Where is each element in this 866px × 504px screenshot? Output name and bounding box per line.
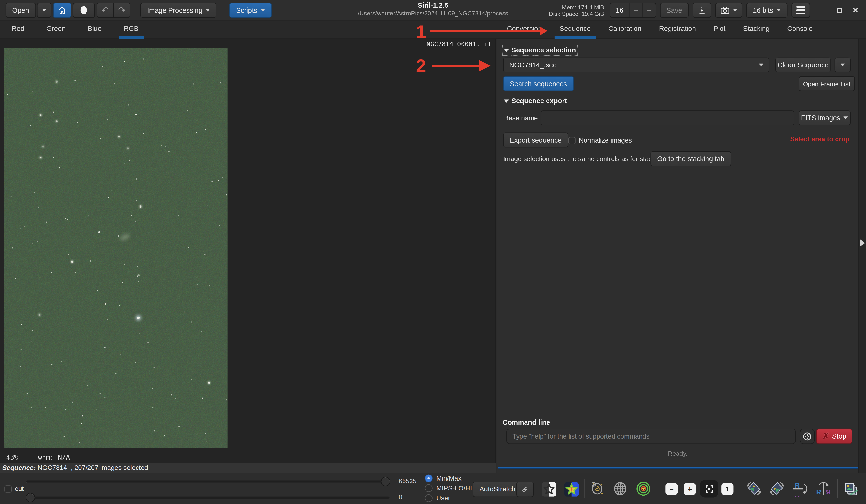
star — [105, 303, 106, 304]
download-icon — [698, 5, 707, 15]
bit-depth-dropdown[interactable]: 16 bits — [746, 3, 787, 18]
mode-minmax-radio[interactable]: Min/Max — [425, 473, 472, 483]
expander-arrow-icon — [504, 99, 509, 103]
one-to-one-icon: 1 — [725, 485, 730, 493]
spin-plus-button[interactable]: + — [642, 3, 655, 17]
star — [53, 112, 54, 113]
save-as-button[interactable] — [693, 3, 712, 18]
panel-collapse-strip[interactable] — [858, 39, 866, 473]
star — [30, 125, 31, 126]
spin-minus-button[interactable]: − — [629, 3, 642, 17]
tab-red[interactable]: Red — [10, 21, 26, 39]
chevron-down-icon — [260, 9, 265, 12]
channel-link-button[interactable] — [517, 482, 533, 497]
open-frame-list-button[interactable]: Open Frame List — [799, 76, 855, 91]
normalize-images-checkbox[interactable]: Normalize images — [568, 136, 632, 144]
open-recent-dropdown[interactable] — [37, 3, 51, 18]
sequence-combobox[interactable]: NGC7814_.seq — [503, 57, 769, 72]
minimize-button[interactable]: – — [818, 6, 830, 14]
sequence-selection-expander[interactable]: Sequence selection — [504, 46, 576, 54]
star — [135, 221, 136, 222]
rotate-cw-button[interactable] — [769, 481, 786, 497]
high-slider-handle[interactable] — [381, 477, 390, 486]
scripts-menu[interactable]: Scripts — [230, 3, 271, 18]
annotations-button[interactable] — [589, 481, 606, 497]
grab-frames-button[interactable] — [73, 3, 95, 18]
star — [56, 81, 57, 83]
stop-button[interactable]: ✗ Stop — [816, 429, 852, 444]
color-star-icon — [564, 482, 579, 496]
mode-user-radio[interactable]: User — [425, 493, 472, 503]
photo-stack-icon — [842, 481, 860, 498]
star — [107, 119, 108, 120]
low-slider-handle[interactable] — [26, 493, 35, 502]
zoom-one-to-one-button[interactable]: 1 — [721, 483, 733, 495]
threads-value: 16 — [610, 6, 629, 14]
celestial-grid-button[interactable] — [612, 481, 629, 497]
cut-checkbox[interactable]: cut — [4, 485, 24, 493]
image-processing-menu[interactable]: Image Processing — [141, 3, 217, 18]
command-input[interactable]: Type "help" for the list of supported co… — [507, 429, 796, 444]
tab-console[interactable]: Console — [786, 21, 814, 39]
tab-registration[interactable]: Registration — [657, 21, 698, 39]
export-sequence-button[interactable]: Export sequence — [503, 133, 568, 148]
clean-sequence-button[interactable]: Clean Sequence — [775, 57, 831, 72]
undo-button[interactable]: ↶ — [97, 3, 113, 18]
flip-vertical-button[interactable]: R R — [792, 481, 809, 497]
star — [226, 194, 227, 195]
low-level-slider[interactable] — [26, 496, 389, 499]
search-sequences-button[interactable]: Search sequences — [503, 76, 574, 91]
noise-texture — [4, 48, 227, 448]
command-help-button[interactable] — [800, 429, 815, 444]
star — [37, 241, 38, 242]
home-button[interactable] — [53, 3, 71, 18]
resource-info: Mem: 174.4 MiB Disk Space: 19.4 GiB — [549, 4, 604, 17]
false-color-toggle[interactable] — [564, 482, 579, 496]
star — [131, 215, 132, 216]
tab-stacking[interactable]: Stacking — [742, 21, 771, 39]
tab-blue[interactable]: Blue — [86, 21, 103, 39]
high-level-slider[interactable] — [26, 481, 389, 483]
go-to-stacking-button[interactable]: Go to the stacking tab — [651, 151, 731, 166]
redo-button[interactable]: ↷ — [113, 3, 131, 18]
negative-view-toggle[interactable] — [542, 482, 556, 496]
zoom-out-button[interactable]: − — [665, 483, 678, 495]
high-level-value: 65535 — [399, 478, 416, 484]
rotate-ccw-button[interactable] — [746, 481, 762, 497]
tab-green[interactable]: Green — [45, 21, 67, 39]
select-area-hint: Select area to crop — [790, 135, 849, 143]
star — [143, 133, 144, 134]
flip-horizontal-button[interactable]: R R — [815, 481, 832, 497]
threads-spinner[interactable]: 16 − + — [610, 3, 656, 18]
tab-sequence[interactable]: Sequence — [558, 21, 592, 39]
clean-sequence-dropdown[interactable] — [835, 57, 851, 72]
tab-rgb[interactable]: RGB — [122, 21, 140, 39]
fit-to-window-button[interactable] — [700, 480, 718, 497]
chevron-down-icon — [844, 116, 848, 119]
save-button[interactable]: Save — [660, 3, 689, 18]
frame-list-button[interactable] — [842, 480, 861, 499]
tab-plot[interactable]: Plot — [712, 21, 727, 39]
starfield-image[interactable] — [4, 48, 227, 448]
close-button[interactable]: ✕ — [849, 6, 862, 14]
photometry-button[interactable] — [635, 481, 652, 497]
star — [98, 232, 100, 233]
mode-mips-radio[interactable]: MIPS-LO/HI — [425, 483, 472, 493]
tab-calibration[interactable]: Calibration — [607, 21, 643, 39]
tab-conversion[interactable]: Conversion — [505, 21, 543, 39]
maximize-button[interactable] — [833, 6, 845, 14]
image-viewport[interactable]: NGC7814_00001.fit 43% fwhm: N/A — [0, 39, 496, 463]
snapshot-button[interactable] — [715, 3, 742, 18]
star — [137, 276, 138, 277]
main-menu-button[interactable] — [791, 3, 810, 18]
open-button[interactable]: Open — [5, 3, 36, 18]
base-name-input[interactable] — [541, 110, 794, 125]
rotate-ccw-icon — [746, 481, 762, 497]
zoom-in-button[interactable]: + — [684, 483, 696, 495]
redo-icon: ↷ — [118, 6, 126, 15]
export-format-dropdown[interactable]: FITS images — [799, 110, 851, 125]
sequence-export-expander[interactable]: Sequence export — [504, 97, 567, 105]
ready-status: Ready. — [497, 450, 858, 457]
radio-icon — [425, 484, 433, 492]
command-placeholder: Type "help" for the list of supported co… — [512, 433, 650, 440]
